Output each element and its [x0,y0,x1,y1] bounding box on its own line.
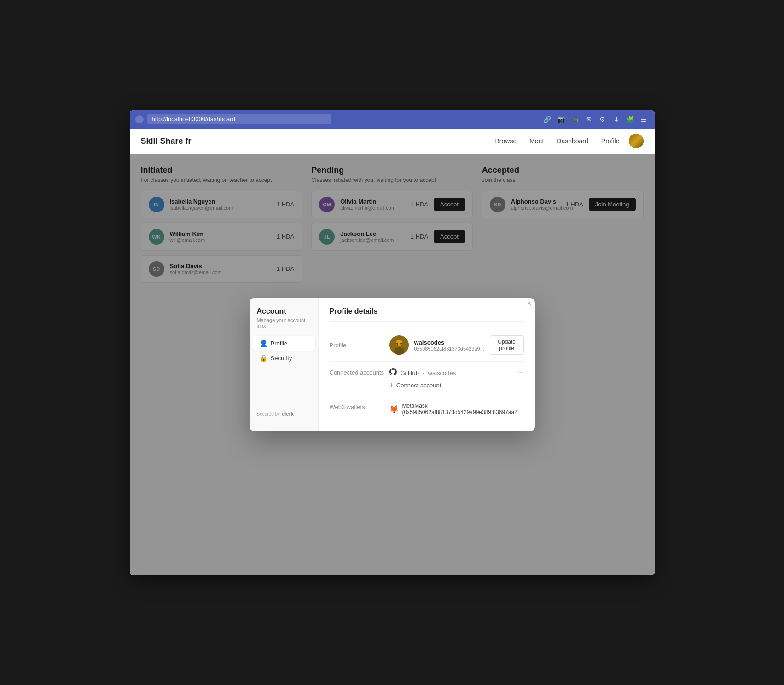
metamask-icon: 🦊 [389,405,399,414]
account-modal: Account Manage your account info. 👤 Prof… [250,298,535,431]
app-content: Skill Share fr Browse Meet Dashboard Pro… [130,129,655,575]
profile-address: 0x5985062af881373d5429a9... [414,346,484,351]
sidebar-item-security[interactable]: 🔒 Security [252,351,315,365]
security-nav-icon: 🔒 [260,354,267,362]
extension-icon[interactable]: 🧩 [625,114,635,124]
connect-account-button[interactable]: + Connect account [389,381,524,389]
modal-main: × Profile details Profile [319,298,535,431]
bookmark-icon[interactable]: 🔗 [542,114,552,124]
clerk-logo: clerk [282,411,294,416]
web3-row: Web3 wallets 🦊 MetaMask (0x5985062af8813… [330,403,524,416]
profile-username: waiscodes [414,339,484,346]
github-row: GitHub · waiscodes ··· [389,368,524,377]
brand-logo: Skill Share fr [141,136,192,146]
connected-row: Connected accounts GitHub [330,368,524,389]
profile-user-info: waiscodes 0x5985062af881373d5429a9... [414,339,484,351]
metamask-address: MetaMask (0x5985062af881373d5429a99e389f… [402,403,524,416]
menu-icon[interactable]: ☰ [639,114,649,124]
modal-close-button[interactable]: × [524,298,535,309]
github-more-button[interactable]: ··· [517,369,523,377]
github-handle: waiscodes [428,369,456,376]
dashboard: Initiated For classes you initiated, wai… [130,154,655,575]
profile-nav-icon: 👤 [260,340,267,347]
sidebar-item-profile[interactable]: 👤 Profile [252,336,315,351]
mail-icon[interactable]: ✉ [584,114,594,124]
github-icon [389,368,397,377]
nav-dashboard[interactable]: Dashboard [557,137,588,145]
modal-sidebar-header: Account Manage your account info. [250,307,318,336]
modal-main-title: Profile details [330,307,524,322]
modal-subtitle: Manage your account info. [257,317,311,328]
info-icon: i [135,115,144,123]
profile-detail-row: Profile [330,329,524,362]
settings-icon[interactable]: ⚙ [598,114,608,124]
user-avatar[interactable] [629,134,644,148]
nav-profile[interactable]: Profile [601,137,620,145]
profile-row-content: waiscodes 0x5985062af881373d5429a9... Up… [389,335,524,355]
web3-content: 🦊 MetaMask (0x5985062af881373d5429a99e38… [389,403,524,416]
connected-content: GitHub · waiscodes ··· + Connect account [389,368,524,389]
github-dot: · [423,369,424,376]
modal-sidebar: Account Manage your account info. 👤 Prof… [250,298,319,431]
url-bar[interactable]: http://localhost:3000/dashboard [147,114,331,124]
download-icon[interactable]: ⬇ [611,114,621,124]
github-name: GitHub [401,369,419,376]
svg-point-1 [396,340,402,346]
nav-meet[interactable]: Meet [529,137,544,145]
web3-wallets-section: Web3 wallets 🦊 MetaMask (0x5985062af8813… [330,396,524,422]
svg-point-3 [396,343,398,345]
navbar: Skill Share fr Browse Meet Dashboard Pro… [130,129,655,154]
web3-label: Web3 wallets [330,403,389,410]
update-profile-button[interactable]: Update profile [490,335,524,355]
profile-avatar-inner [389,335,409,355]
connected-accounts-section: Connected accounts GitHub [330,362,524,396]
nav-browse[interactable]: Browse [495,137,517,145]
browser-window: i http://localhost:3000/dashboard 🔗 📷 📹 … [130,110,655,575]
connect-account-label: Connect account [396,382,441,389]
profile-avatar [389,335,409,355]
secured-by-label: Secured by [257,411,280,416]
svg-point-2 [394,347,404,355]
browser-toolbar: 🔗 📷 📹 ✉ ⚙ ⬇ 🧩 ☰ [542,114,649,124]
connected-label: Connected accounts [330,368,389,376]
screenshot-icon[interactable]: 📷 [556,114,566,124]
modal-overlay: Account Manage your account info. 👤 Prof… [130,154,655,575]
browser-bar: i http://localhost:3000/dashboard 🔗 📷 📹 … [130,110,655,129]
profile-row-label: Profile [330,342,389,349]
security-nav-label: Security [271,355,292,362]
nav-links: Browse Meet Dashboard Profile [495,137,620,145]
camera-icon[interactable]: 📹 [570,114,580,124]
profile-nav-label: Profile [271,340,288,347]
svg-point-4 [400,343,402,345]
modal-footer: Secured by clerk [250,405,318,422]
connect-plus-icon: + [389,381,394,389]
modal-title: Account [257,307,311,316]
